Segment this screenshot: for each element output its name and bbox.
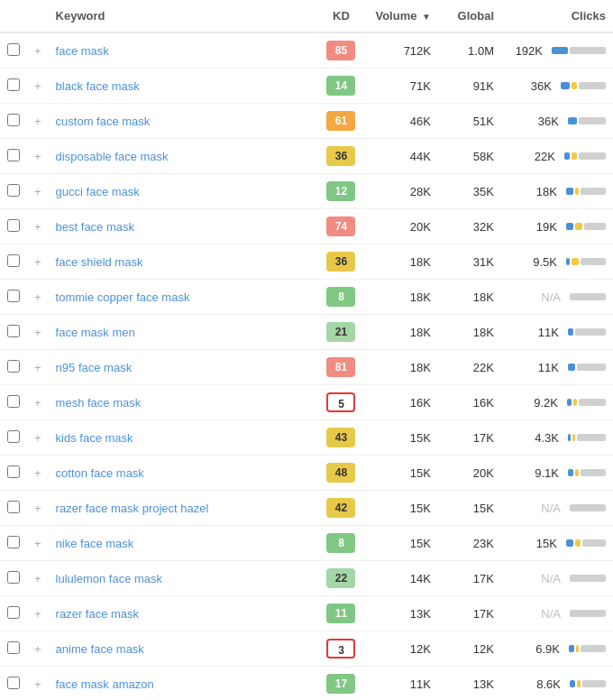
keyword-link[interactable]: face mask men <box>56 326 135 339</box>
clicks-bar <box>568 117 606 124</box>
keyword-link[interactable]: tommie copper face mask <box>56 290 190 304</box>
header-volume[interactable]: Volume ▼ <box>368 0 438 32</box>
row-plus-button[interactable]: + <box>27 420 49 456</box>
row-plus-button[interactable]: + <box>27 69 49 104</box>
clicks-value: 15K <box>523 537 557 550</box>
kd-badge: 36 <box>326 252 355 272</box>
row-checkbox[interactable] <box>7 360 20 373</box>
row-plus-button[interactable]: + <box>27 631 49 667</box>
clicks-bar <box>567 399 606 406</box>
kd-badge: 3 <box>326 639 355 659</box>
kd-badge: 85 <box>326 41 355 60</box>
row-checkbox[interactable] <box>7 43 20 56</box>
row-plus-button[interactable]: + <box>27 561 49 596</box>
keyword-table-container: Keyword KD Volume ▼ Global Clicks +face … <box>0 0 613 700</box>
row-checkbox[interactable] <box>7 78 20 91</box>
row-plus-button[interactable]: + <box>27 280 49 315</box>
keyword-link[interactable]: disposable face mask <box>56 150 169 163</box>
keyword-link[interactable]: nike face mask <box>56 537 134 550</box>
row-kd-cell: 11 <box>314 596 368 631</box>
keyword-link[interactable]: n95 face mask <box>56 361 133 374</box>
clicks-value: 36K <box>517 79 552 93</box>
row-checkbox[interactable] <box>7 219 20 232</box>
row-checkbox-cell <box>0 350 27 385</box>
row-checkbox[interactable] <box>7 571 20 584</box>
keyword-link[interactable]: anime face mask <box>56 642 144 656</box>
table-row: +anime face mask312K12K6.9K <box>0 631 613 667</box>
row-checkbox[interactable] <box>7 184 20 197</box>
row-keyword-cell: razer face mask <box>49 596 315 631</box>
row-checkbox[interactable] <box>7 114 20 126</box>
keyword-link[interactable]: black face mask <box>56 79 140 93</box>
row-kd-cell: 8 <box>314 280 368 315</box>
row-keyword-cell: anime face mask <box>49 631 315 667</box>
keyword-link[interactable]: face mask amazon <box>56 677 154 691</box>
row-volume-cell: 11K <box>368 667 438 701</box>
bar-segment <box>582 680 606 687</box>
row-checkbox[interactable] <box>7 606 20 619</box>
row-checkbox[interactable] <box>7 536 20 548</box>
row-plus-button[interactable]: + <box>27 526 49 561</box>
volume-label: Volume <box>375 9 416 23</box>
row-plus-button[interactable]: + <box>27 667 49 701</box>
row-checkbox[interactable] <box>7 677 20 689</box>
keyword-link[interactable]: mesh face mask <box>56 396 142 410</box>
keyword-link[interactable]: face shield mask <box>56 255 143 269</box>
keyword-link[interactable]: lululemon face mask <box>56 572 163 585</box>
row-global-cell: 32K <box>438 209 501 244</box>
bar-segment <box>584 223 606 230</box>
table-row: +gucci face mask1228K35K18K <box>0 174 613 209</box>
clicks-value: 4.3K <box>525 431 559 445</box>
row-kd-cell: 8 <box>314 526 368 561</box>
kd-badge: 81 <box>326 357 355 377</box>
row-plus-button[interactable]: + <box>27 456 49 491</box>
clicks-bar <box>570 293 606 300</box>
row-checkbox[interactable] <box>7 325 20 337</box>
keyword-link[interactable]: razer face mask project hazel <box>56 502 209 515</box>
row-checkbox[interactable] <box>7 641 20 654</box>
row-plus-button[interactable]: + <box>27 491 49 526</box>
bar-segment <box>566 258 570 265</box>
keyword-link[interactable]: custom face mask <box>56 115 151 128</box>
bar-segment <box>561 82 570 89</box>
keyword-link[interactable]: cotton face mask <box>56 466 144 480</box>
keyword-link[interactable]: face mask <box>56 44 109 58</box>
row-plus-button[interactable]: + <box>27 32 49 69</box>
row-checkbox-cell <box>0 631 27 667</box>
row-checkbox[interactable] <box>7 254 20 267</box>
row-checkbox[interactable] <box>7 501 20 513</box>
row-plus-button[interactable]: + <box>27 350 49 385</box>
keyword-link[interactable]: gucci face mask <box>56 185 140 198</box>
row-plus-button[interactable]: + <box>27 315 49 350</box>
kd-badge: 36 <box>326 146 355 166</box>
volume-sort-arrow: ▼ <box>422 12 431 22</box>
row-plus-button[interactable]: + <box>27 385 49 420</box>
bar-segment <box>552 47 568 54</box>
row-global-cell: 51K <box>438 104 501 139</box>
bar-segment <box>568 328 573 336</box>
row-clicks-cell: 6.9K <box>501 631 613 667</box>
row-checkbox[interactable] <box>7 290 20 302</box>
bar-segment <box>568 364 575 371</box>
row-checkbox[interactable] <box>7 465 20 478</box>
row-plus-button[interactable]: + <box>27 104 49 139</box>
keyword-link[interactable]: best face mask <box>56 220 134 234</box>
row-plus-button[interactable]: + <box>27 244 49 280</box>
row-clicks-cell: 19K <box>501 209 613 244</box>
keyword-link[interactable]: kids face mask <box>56 431 133 445</box>
table-row: +razer face mask1113K17KN/A <box>0 596 613 631</box>
header-clicks: Clicks <box>501 0 613 32</box>
clicks-value: 9.5K <box>523 255 557 269</box>
row-global-cell: 13K <box>438 667 501 701</box>
bar-segment <box>570 610 606 617</box>
row-plus-button[interactable]: + <box>27 596 49 631</box>
row-checkbox[interactable] <box>7 395 20 408</box>
keyword-link[interactable]: razer face mask <box>56 607 139 621</box>
row-plus-button[interactable]: + <box>27 139 49 174</box>
row-plus-button[interactable]: + <box>27 174 49 209</box>
row-plus-button[interactable]: + <box>27 209 49 244</box>
row-checkbox[interactable] <box>7 149 20 161</box>
row-checkbox-cell <box>0 244 27 280</box>
bar-segment <box>579 117 606 124</box>
row-checkbox[interactable] <box>7 430 20 443</box>
